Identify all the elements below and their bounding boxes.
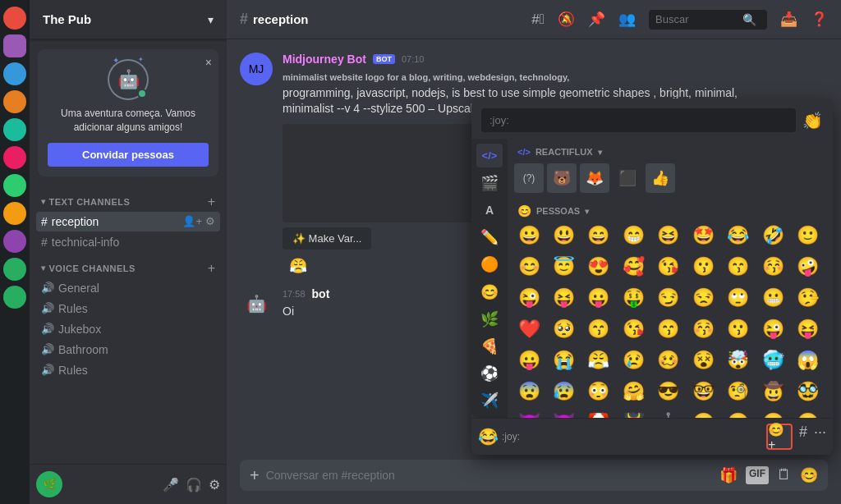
emoji-44[interactable]: 😱 [793,346,823,375]
emoji-58[interactable]: 🤖 [654,408,683,418]
emoji-11[interactable]: 😍 [584,252,614,282]
channel-item-jukebox[interactable]: 🔊 Jukebox [36,319,220,339]
server-icon-5[interactable] [3,118,26,141]
gift-icon[interactable]: 🎁 [719,466,738,484]
emoji-cat-video[interactable]: 🎬 [476,171,503,195]
deafen-icon[interactable]: 🎧 [186,477,202,493]
emoji-search-input[interactable] [481,108,796,132]
attach-icon[interactable]: + [250,466,260,485]
emoji-51[interactable]: 🧐 [724,377,753,406]
add-voice-channel-button[interactable]: + [208,261,215,276]
emoji-36[interactable]: 😛 [514,346,544,375]
add-channel-button[interactable]: + [208,195,215,209]
emoji-10[interactable]: 😇 [549,252,578,282]
emoji-18[interactable]: 😜 [514,283,544,313]
emoji-32[interactable]: 😚 [688,314,718,344]
emoji-47[interactable]: 😳 [584,377,614,406]
inbox-icon[interactable]: 📥 [780,11,797,28]
message-text-input[interactable] [266,460,713,491]
emoji-28[interactable]: 🥺 [549,314,578,344]
emoji-46[interactable]: 😰 [549,377,578,406]
emoji-cat-people[interactable]: 😊 [476,280,503,304]
emoji-56[interactable]: 🤡 [584,408,614,418]
emoji-49[interactable]: 😎 [654,377,683,406]
emoji-9[interactable]: 😊 [514,252,544,282]
emoji-2[interactable]: 😄 [584,221,614,250]
channel-item-technical-info[interactable]: # technical-info [36,232,220,252]
close-icon[interactable]: × [205,56,212,69]
emoji-34[interactable]: 😜 [758,314,788,344]
emoji-21[interactable]: 🤑 [618,283,648,313]
channel-item-rules2[interactable]: 🔊 Rules [36,360,220,380]
emoji-59[interactable]: 😑 [688,408,718,418]
emoji-6[interactable]: 😂 [724,221,753,250]
voice-channels-category[interactable]: ▾ VOICE CHANNELS + [36,256,220,277]
emoji-0[interactable]: 😀 [514,221,544,250]
section-chevron[interactable]: ▾ [598,148,602,157]
members-icon[interactable]: 👥 [618,11,636,28]
emoji-7[interactable]: 🤣 [758,221,788,250]
emoji-22[interactable]: 😏 [654,283,683,313]
emoji-57[interactable]: 👹 [618,408,648,418]
more-icon[interactable]: ··· [814,424,826,450]
emoji-cat-nature[interactable]: 🌿 [476,307,503,331]
emoji-48[interactable]: 🤗 [618,377,648,406]
emoji-icon[interactable]: 😊 [800,466,818,484]
emoji-1[interactable]: 😃 [549,221,578,250]
server-header[interactable]: The Pub ▾ [30,0,227,39]
pin-icon[interactable]: 📌 [588,11,605,28]
emoji-54[interactable]: 😈 [514,408,544,418]
server-icon-9[interactable] [3,230,26,253]
search-input[interactable] [655,13,738,25]
server-icon-2[interactable] [3,34,26,57]
server-emoji-0[interactable]: (?) [514,163,544,193]
emoji-42[interactable]: 🤯 [724,346,753,375]
emoji-cat-orange[interactable]: 🟠 [476,253,503,277]
emoji-cat-letter-a[interactable]: A [476,198,503,222]
channel-item-bathroom[interactable]: 🔊 Bathroom [36,340,220,360]
emoji-62[interactable]: 😏 [793,408,823,418]
emoji-4[interactable]: 😆 [654,221,683,250]
emoji-reaction[interactable]: 😤 [283,254,314,277]
emoji-cat-travel[interactable]: ✈️ [476,389,503,413]
make-variations-button[interactable]: ✨ Make Var... [283,227,371,250]
hash-footer-icon[interactable]: # [799,424,807,450]
server-icon-1[interactable] [3,7,26,30]
emoji-31[interactable]: 😙 [654,314,683,344]
gear-icon[interactable]: ⚙ [205,215,215,227]
emoji-30[interactable]: 😘 [618,314,648,344]
emoji-40[interactable]: 🥴 [654,346,683,375]
emoji-35[interactable]: 😝 [793,314,823,344]
emoji-52[interactable]: 🤠 [758,377,788,406]
emoji-60[interactable]: 😐 [724,408,753,418]
server-icon-10[interactable] [3,258,26,281]
emoji-cat-server[interactable]: </> [476,144,503,167]
emoji-39[interactable]: 😢 [618,346,648,375]
emoji-61[interactable]: 😶 [758,408,788,418]
emoji-27[interactable]: ❤️ [514,314,544,344]
emoji-43[interactable]: 🥶 [758,346,788,375]
threads-icon[interactable]: #⃣ [531,11,545,28]
member-add-icon[interactable]: 👤+ [182,215,202,227]
emoji-25[interactable]: 😬 [758,283,788,313]
server-icon-8[interactable] [3,202,26,225]
mute-icon[interactable]: 🎤 [163,477,179,493]
emoji-55[interactable]: 👿 [549,408,578,418]
emoji-37[interactable]: 😭 [549,346,578,375]
emoji-14[interactable]: 😗 [688,252,718,282]
emoji-8[interactable]: 🙂 [793,221,823,250]
help-icon[interactable]: ❓ [811,11,828,28]
sticker-icon[interactable]: 🗒 [777,466,792,484]
channel-item-general[interactable]: 🔊 General [36,278,220,298]
emoji-23[interactable]: 😒 [688,283,718,313]
server-emoji-2[interactable]: 🦊 [580,163,609,193]
server-emoji-4[interactable]: 👍 [646,163,675,193]
settings-icon[interactable]: ⚙ [209,477,220,493]
emoji-17[interactable]: 🤪 [793,252,823,282]
emoji-29[interactable]: 😙 [584,314,614,344]
add-emoji-button[interactable]: 😊+ [766,424,793,450]
emoji-cat-activity[interactable]: ⚽ [476,362,503,386]
emoji-cat-food[interactable]: 🍕 [476,334,503,358]
emoji-50[interactable]: 🤓 [688,377,718,406]
emoji-13[interactable]: 😘 [654,252,683,282]
